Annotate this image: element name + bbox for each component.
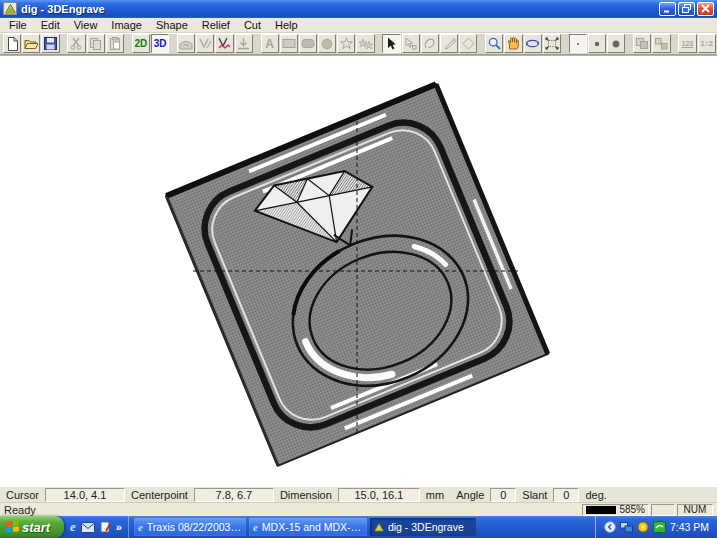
view-2d-button[interactable]: 2D	[132, 34, 150, 53]
relief-stamp-button	[177, 34, 195, 53]
fit-expand-icon	[545, 37, 559, 50]
system-tray: 7:43 PM	[595, 516, 717, 538]
paste-clipboard-icon	[109, 37, 121, 50]
menu-image[interactable]: Image	[104, 17, 149, 32]
task-label: dig - 3DEngrave	[388, 521, 464, 533]
medium-dot-icon	[592, 39, 602, 49]
sort-order-button: 1↕2	[698, 34, 716, 53]
alert-tray-icon[interactable]	[637, 521, 649, 533]
zoom-level-panel: 585%	[582, 504, 649, 516]
rounded-rect-icon	[301, 38, 315, 49]
menu-cut[interactable]: Cut	[237, 17, 268, 32]
pen-tool-button	[440, 34, 458, 53]
minimize-button[interactable]	[659, 2, 676, 16]
relief-stamp-icon	[179, 38, 193, 50]
empty-status-panel	[651, 504, 675, 516]
double-star-icon	[359, 38, 373, 50]
start-button[interactable]: start	[0, 516, 64, 538]
status-ready: Ready	[4, 504, 36, 516]
menu-view[interactable]: View	[67, 17, 105, 32]
messenger-tray-icon[interactable]	[653, 521, 666, 533]
rectangle-icon	[282, 38, 296, 49]
fit-to-window-button[interactable]	[543, 34, 561, 53]
cursor-label: Cursor	[0, 489, 45, 501]
menu-shape[interactable]: Shape	[149, 17, 195, 32]
group-button	[633, 34, 651, 53]
outlook-express-icon[interactable]	[81, 522, 95, 533]
measure-button: 123	[678, 34, 696, 53]
group-icon	[635, 37, 649, 50]
engrave-triangle-icon	[374, 523, 384, 532]
menu-relief[interactable]: Relief	[195, 17, 237, 32]
show-desktop-icon[interactable]	[100, 521, 111, 533]
sort-order-label: 1↕2	[700, 39, 713, 48]
dimension-value: 15.0, 16.1	[338, 488, 420, 502]
pen-icon	[443, 37, 456, 50]
node-edit-button	[402, 34, 420, 53]
text-tool-label: A	[265, 37, 274, 51]
zoom-tool-button[interactable]	[485, 34, 503, 53]
paste-button	[106, 34, 124, 53]
open-folder-icon	[24, 38, 39, 50]
task-button-mdx[interactable]: e MDX-15 and MDX-20 ...	[249, 518, 367, 536]
cut-scissors-icon	[70, 37, 82, 50]
view-3d-label: 3D	[154, 38, 167, 49]
engrave-triangle-icon	[5, 4, 16, 14]
copy-icon	[89, 37, 102, 50]
rotate-view-button[interactable]	[524, 34, 542, 53]
internet-explorer-icon[interactable]: e	[70, 519, 76, 535]
toolbar: 2D 3D	[0, 33, 717, 55]
small-dot-icon	[573, 39, 583, 49]
drill-down-button	[235, 34, 253, 53]
task-button-traxis[interactable]: e Traxis 08/22/2003 - 4...	[134, 518, 246, 536]
new-file-button[interactable]	[3, 34, 21, 53]
hide-tray-icons-chevron[interactable]	[604, 521, 616, 533]
internet-explorer-icon: e	[138, 521, 143, 533]
angle-label: Angle	[450, 489, 490, 501]
hand-icon	[507, 37, 520, 50]
pan-tool-button[interactable]	[504, 34, 522, 53]
titlebar: dig - 3DEngrave	[0, 0, 717, 18]
design-canvas[interactable]	[0, 55, 717, 486]
start-label: start	[22, 520, 50, 535]
v-carve-button[interactable]	[215, 34, 233, 53]
cut-button	[67, 34, 85, 53]
restore-button[interactable]	[678, 2, 695, 16]
magnifier-icon	[488, 37, 501, 50]
view-3d-button[interactable]: 3D	[151, 34, 169, 53]
window-title: dig - 3DEngrave	[21, 3, 659, 15]
v-groove-icon	[199, 37, 212, 50]
point-size-small-button[interactable]	[569, 34, 587, 53]
rotate-3d-icon	[525, 37, 540, 50]
quick-launch-overflow-chevron[interactable]: »	[116, 521, 122, 533]
menu-help[interactable]: Help	[268, 17, 305, 32]
polygon-tool-button	[356, 34, 374, 53]
task-label: Traxis 08/22/2003 - 4...	[147, 521, 242, 533]
view-2d-label: 2D	[134, 38, 147, 49]
slant-label: Slant	[516, 489, 553, 501]
save-button[interactable]	[41, 34, 59, 53]
open-file-button[interactable]	[22, 34, 40, 53]
zoom-percent: 585%	[619, 504, 645, 515]
ungroup-icon	[654, 37, 668, 50]
point-size-large-button[interactable]	[607, 34, 625, 53]
minimize-icon	[663, 5, 672, 13]
network-status-icon[interactable]	[620, 522, 633, 533]
v-carve-icon	[218, 37, 231, 50]
color-swatch	[586, 506, 616, 514]
menubar: File Edit View Image Shape Relief Cut He…	[0, 18, 717, 33]
clock: 7:43 PM	[670, 521, 709, 533]
text-tool-button: A	[261, 34, 279, 53]
centerpoint-value: 7.8, 6.7	[194, 488, 274, 502]
large-dot-icon	[611, 39, 621, 49]
menu-file[interactable]: File	[2, 17, 34, 32]
node-edit-arrow-icon	[404, 37, 417, 50]
point-size-medium-button[interactable]	[588, 34, 606, 53]
app-icon[interactable]	[3, 2, 17, 15]
menu-edit[interactable]: Edit	[34, 17, 67, 32]
task-button-3dengrave[interactable]: dig - 3DEngrave	[370, 518, 476, 536]
close-button[interactable]	[697, 2, 714, 16]
centerpoint-label: Centerpoint	[125, 489, 194, 501]
select-tool-button[interactable]	[382, 34, 400, 53]
cursor-value: 14.0, 4.1	[45, 488, 125, 502]
